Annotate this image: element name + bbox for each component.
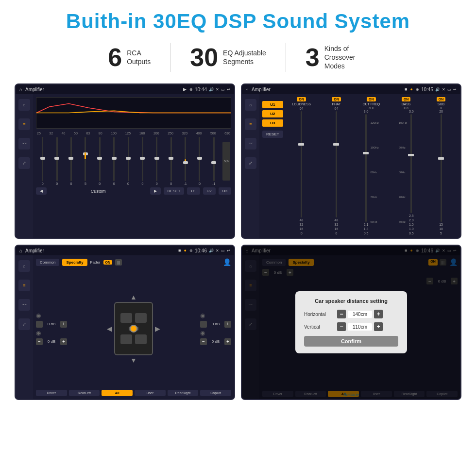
eq-sidebar-eq[interactable]: ≡ — [18, 118, 30, 130]
amp-u1-button[interactable]: U1 — [262, 101, 283, 108]
eq-slider-8[interactable]: 0 — [151, 137, 162, 185]
amp-bass-slider[interactable]: 3.0 2.5 2.0 1.5 1.0 0.5 — [409, 110, 414, 235]
fader-tr-control: ◉ — [200, 312, 231, 319]
eq-sidebar-wave[interactable]: 〰 — [18, 138, 30, 150]
fader-br-minus[interactable]: − — [200, 338, 207, 345]
amp-cutfreq-slider-g[interactable]: 3.0 2.1 1.3 0.5 — [364, 110, 369, 235]
eq-sidebar-expand[interactable]: ⤢ — [18, 157, 30, 169]
fader-all-button[interactable]: All — [102, 390, 133, 396]
amp-sidebar-expand[interactable]: ⤢ — [245, 157, 256, 169]
amp-bass-on[interactable]: ON — [402, 97, 411, 101]
amp-status-bar: ⌂ Amplifier ■ ● ⊕ 10:45 🔊 ✕ ▭ ↩ — [242, 84, 460, 94]
fader-center-col: ▲ ◀ — [69, 269, 198, 388]
eq-slider-0[interactable]: 0 — [37, 137, 48, 185]
screen-eq: ⌂ Amplifier ▶ ⊕ 10:44 🔊 ✕ ▭ ↩ ⌂ ≡ 〰 ⤢ — [15, 83, 235, 239]
amp-loudness-on[interactable]: ON — [297, 97, 306, 101]
dialog-confirm-button[interactable]: Confirm — [304, 336, 398, 347]
dialog-horizontal-plus[interactable]: + — [374, 310, 383, 318]
fader-br-plus[interactable]: + — [224, 338, 231, 345]
fader-bl-plus[interactable]: + — [60, 338, 67, 345]
eq-home-icon[interactable]: ⌂ — [19, 87, 22, 92]
fader-sidebar-wave[interactable]: 〰 — [18, 299, 30, 311]
dialog-horizontal-control: − 140cm + — [337, 310, 383, 318]
screen-fader: ⌂ Amplifier ■ ● ⊕ 10:46 🔊 ✕ ▭ ↩ ⌂ ≡ 〰 — [15, 245, 235, 400]
fader-bl-minus[interactable]: − — [36, 338, 43, 345]
amp-home-icon[interactable]: ⌂ — [246, 87, 249, 92]
eq-prev-button[interactable]: ◀ — [36, 187, 47, 195]
eq-slider-6[interactable]: 0 — [122, 137, 134, 185]
dialog-vertical-minus[interactable]: − — [337, 322, 346, 331]
fader-top-row: Common Specialty Fader ON ||| 👤 — [36, 258, 231, 266]
eq-slider-5[interactable]: 0 — [108, 137, 119, 185]
amp-back-icon[interactable]: ↩ — [453, 87, 457, 92]
eq-more-button[interactable]: >> — [222, 142, 230, 181]
amp-cutfreq-label: CUT FREQ — [362, 102, 380, 106]
fader-bl-db: − 0 dB + — [36, 338, 67, 345]
amp-sidebar-wave[interactable]: 〰 — [245, 138, 256, 150]
eq-x-icon: ✕ — [216, 87, 219, 92]
fader-user-button[interactable]: User — [135, 390, 166, 396]
rear-left-seat — [120, 334, 132, 344]
fader-tr-minus[interactable]: − — [200, 321, 207, 328]
amp-sub-slider[interactable]: 20 15 10 5 — [439, 110, 443, 235]
fader-on-badge[interactable]: ON — [103, 260, 113, 265]
eq-slider-10[interactable]: -1 — [180, 137, 191, 185]
fader-tl-minus[interactable]: − — [36, 321, 43, 328]
eq-sidebar-home[interactable]: ⌂ — [18, 99, 30, 111]
fader-br-val: 0 dB — [209, 339, 222, 344]
fader-back-icon[interactable]: ↩ — [227, 249, 230, 253]
eq-freq-labels: 25 32 40 50 63 80 100 125 160 200 250 32… — [36, 132, 231, 135]
front-seats — [120, 313, 147, 323]
fader-bl-control: ◉ — [36, 330, 67, 336]
fader-copilot-button[interactable]: Copilot — [200, 390, 231, 396]
eq-u2-button[interactable]: U2 — [203, 187, 216, 195]
eq-slider-9[interactable]: 0 — [166, 137, 177, 185]
amp-sub-on[interactable]: ON — [437, 97, 446, 101]
eq-slider-7[interactable]: 0 — [137, 137, 148, 185]
fader-home-icon[interactable]: ⌂ — [19, 248, 22, 253]
eq-reset-button[interactable]: RESET — [164, 187, 185, 195]
eq-slider-3[interactable]: 5 — [80, 137, 91, 185]
fader-sidebar-eq[interactable]: ≡ — [18, 280, 30, 291]
fader-bl-val: 0 dB — [45, 339, 58, 344]
fader-sidebar-expand[interactable]: ⤢ — [18, 318, 30, 330]
fader-rearright-button[interactable]: RearRight — [168, 390, 199, 396]
fader-app-name: Amplifier — [25, 248, 175, 253]
eq-sliders: 0 0 0 5 — [36, 137, 231, 185]
amp-gps-icon: ⊕ — [416, 87, 419, 92]
eq-slider-4[interactable]: 0 — [94, 137, 105, 185]
amp-phat-slider[interactable]: 64 48 32 16 0 — [335, 107, 339, 235]
amp-u3-button[interactable]: U3 — [262, 119, 283, 127]
amp-loudness-slider[interactable]: 64 48 32 16 0 — [300, 107, 304, 235]
fader-driver-button[interactable]: Driver — [36, 390, 67, 396]
eq-u1-button[interactable]: U1 — [187, 187, 200, 195]
fader-tl-plus[interactable]: + — [60, 321, 67, 328]
eq-slider-11[interactable]: 0 — [194, 137, 205, 185]
fader-center-dot[interactable] — [130, 325, 137, 333]
amp-reset-button[interactable]: RESET — [262, 131, 283, 138]
amp-cutfreq-on[interactable]: ON — [367, 97, 376, 101]
fader-sidebar-home[interactable]: ⌂ — [18, 260, 30, 272]
eq-slider-2[interactable]: 0 — [66, 137, 77, 185]
fader-rearleft-button[interactable]: RearLeft — [69, 390, 100, 396]
fader-specialty-tab[interactable]: Specialty — [62, 259, 87, 266]
eq-slider-12[interactable]: -1 — [208, 137, 220, 185]
amp-u2-button[interactable]: U2 — [262, 110, 283, 117]
eq-next-button[interactable]: ▶ — [150, 187, 161, 195]
amp-sidebar-home[interactable]: ⌂ — [245, 99, 256, 111]
dialog-overlay: Car speaker distance setting Horizontal … — [242, 246, 460, 399]
eq-slider-1[interactable]: 0 — [51, 137, 62, 185]
freq-25: 25 — [37, 132, 41, 135]
amp-app-name: Amplifier — [252, 87, 402, 92]
dialog-vertical-plus[interactable]: + — [374, 322, 383, 331]
fader-tr-plus[interactable]: + — [224, 321, 231, 328]
fader-tl-db: − 0 dB + — [36, 321, 67, 328]
fader-slider-indicator: ||| — [115, 259, 122, 266]
amp-sidebar-eq[interactable]: ≡ — [245, 118, 256, 130]
fader-common-tab[interactable]: Common — [36, 259, 59, 266]
freq-630: 630 — [224, 132, 230, 135]
amp-phat-on[interactable]: ON — [332, 97, 341, 101]
eq-u3-button[interactable]: U3 — [219, 187, 231, 195]
dialog-horizontal-minus[interactable]: − — [337, 310, 346, 318]
eq-back-icon[interactable]: ↩ — [227, 87, 230, 92]
